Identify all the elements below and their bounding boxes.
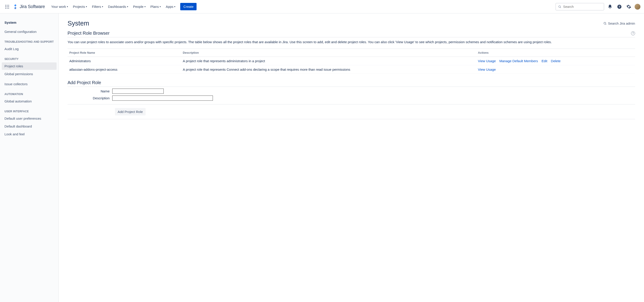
search-icon [603, 22, 607, 25]
chevron-down-icon: ▾ [67, 5, 68, 8]
section-header: Project Role Browser ? [68, 31, 635, 37]
topnav-right: ? [556, 3, 640, 10]
submit-row: Add Project Role [68, 108, 635, 119]
search-input[interactable] [563, 5, 602, 8]
chevron-down-icon: ▾ [174, 5, 175, 8]
svg-point-3 [5, 6, 6, 7]
table-row: Administrators A project role that repre… [68, 56, 635, 65]
role-desc: A project role that represents administr… [181, 56, 476, 65]
role-desc: A project role that represents Connect a… [181, 65, 476, 74]
section-description: You can use project roles to associate u… [68, 40, 635, 44]
sidebar-section-user-interface: USER INTERFACE [2, 105, 56, 115]
svg-point-5 [8, 6, 9, 7]
chevron-down-icon: ▾ [144, 5, 146, 8]
topnav-left: Jira Software Your work▾ Projects▾ Filte… [4, 3, 196, 10]
col-project-role-name: Project Role Name [68, 48, 181, 56]
chevron-down-icon: ▾ [127, 5, 128, 8]
svg-point-0 [5, 5, 6, 5]
notifications-icon[interactable] [606, 3, 614, 10]
user-avatar[interactable] [634, 4, 640, 10]
svg-text:?: ? [618, 5, 620, 8]
sidebar-item-look-and-feel[interactable]: Look and feel [2, 130, 56, 138]
main-layout: System General configuration TROUBLESHOO… [0, 14, 644, 302]
action-manage-default-members[interactable]: Manage Default Members [499, 59, 538, 63]
sidebar-title: System [2, 19, 56, 28]
project-roles-table: Project Role Name Description Actions Ad… [68, 48, 635, 74]
chevron-down-icon: ▾ [102, 5, 103, 8]
svg-line-14 [606, 24, 606, 24]
form-row-name: Name [68, 88, 635, 94]
name-label: Name [68, 89, 112, 93]
page-header: System Search Jira admin [68, 20, 635, 27]
svg-point-2 [8, 5, 9, 5]
role-actions: View Usage [476, 65, 635, 74]
create-button[interactable]: Create [180, 3, 196, 10]
global-search[interactable] [556, 3, 604, 10]
role-actions: View Usage Manage Default Members Edit D… [476, 56, 635, 65]
svg-point-8 [8, 8, 9, 8]
help-icon[interactable]: ? [631, 31, 635, 35]
sidebar-item-default-user-preferences[interactable]: Default user preferences [2, 115, 56, 122]
role-name: Administrators [68, 56, 181, 65]
sidebar-section-troubleshooting: TROUBLESHOOTING AND SUPPORT [2, 36, 56, 45]
sidebar-item-issue-collectors[interactable]: Issue collectors [2, 80, 56, 88]
product-name: Jira Software [20, 4, 45, 9]
add-project-role-section: Add Project Role Name Description Add Pr… [68, 80, 635, 119]
chevron-down-icon: ▾ [86, 5, 87, 8]
sidebar-item-general-configuration[interactable]: General configuration [2, 28, 56, 35]
name-input[interactable] [112, 88, 164, 94]
nav-apps[interactable]: Apps▾ [164, 3, 178, 10]
svg-line-10 [560, 7, 561, 8]
primary-nav: Your work▾ Projects▾ Filters▾ Dashboards… [49, 3, 197, 10]
description-label: Description [68, 96, 112, 100]
add-project-role-button[interactable]: Add Project Role [115, 108, 146, 116]
add-section-title: Add Project Role [68, 80, 635, 87]
nav-dashboards[interactable]: Dashboards▾ [106, 3, 130, 10]
search-icon [558, 5, 561, 8]
description-input[interactable] [112, 96, 213, 101]
nav-people[interactable]: People▾ [131, 3, 148, 10]
sidebar-item-audit-log[interactable]: Audit Log [2, 45, 56, 52]
help-icon[interactable]: ? [616, 3, 623, 10]
sidebar-item-project-roles[interactable]: Project roles [2, 62, 56, 70]
svg-point-7 [7, 8, 8, 8]
app-switcher-icon[interactable] [4, 3, 11, 10]
nav-your-work[interactable]: Your work▾ [49, 3, 70, 10]
col-description: Description [181, 48, 476, 56]
form-divider [68, 104, 635, 104]
action-delete[interactable]: Delete [551, 59, 560, 63]
action-view-usage[interactable]: View Usage [478, 59, 496, 63]
settings-icon[interactable] [625, 3, 632, 10]
svg-point-1 [7, 5, 8, 5]
table-row: atlassian-addons-project-access A projec… [68, 65, 635, 74]
svg-point-13 [604, 22, 606, 24]
action-view-usage[interactable]: View Usage [478, 68, 496, 71]
svg-point-4 [7, 6, 8, 7]
section-title: Project Role Browser [68, 31, 110, 36]
chevron-down-icon: ▾ [160, 5, 161, 8]
product-logo[interactable]: Jira Software [12, 4, 46, 10]
svg-point-6 [5, 8, 6, 8]
main-content: System Search Jira admin Project Role Br… [58, 14, 644, 302]
sidebar-section-automation: AUTOMATION [2, 88, 56, 98]
sidebar-item-global-automation[interactable]: Global automation [2, 98, 56, 105]
nav-plans[interactable]: Plans▾ [148, 3, 163, 10]
form-row-description: Description [68, 96, 635, 101]
col-actions: Actions [476, 48, 635, 56]
search-admin-label: Search Jira admin [608, 22, 635, 25]
search-jira-admin[interactable]: Search Jira admin [603, 22, 635, 25]
svg-point-9 [558, 6, 560, 8]
sidebar: System General configuration TROUBLESHOO… [0, 14, 58, 302]
action-edit[interactable]: Edit [542, 59, 548, 63]
role-name: atlassian-addons-project-access [68, 65, 181, 74]
top-navigation: Jira Software Your work▾ Projects▾ Filte… [0, 0, 644, 14]
page-title: System [68, 20, 89, 27]
jira-logo-icon [13, 4, 18, 10]
nav-filters[interactable]: Filters▾ [90, 3, 105, 10]
sidebar-item-default-dashboard[interactable]: Default dashboard [2, 122, 56, 130]
nav-projects[interactable]: Projects▾ [71, 3, 89, 10]
sidebar-section-security: SECURITY [2, 53, 56, 62]
sidebar-item-global-permissions[interactable]: Global permissions [2, 70, 56, 78]
